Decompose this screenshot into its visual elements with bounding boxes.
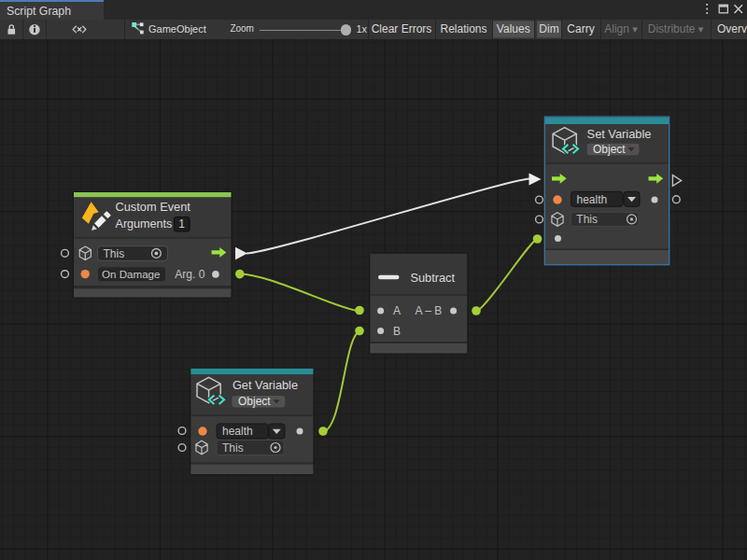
svg-text:Arg. 0: Arg. 0 [175,268,204,281]
svg-text:Arguments: Arguments [116,217,173,231]
svg-text:Get Variable: Get Variable [233,378,298,392]
svg-text:Custom Event: Custom Event [116,200,191,214]
svg-text:A – B: A – B [416,304,443,317]
svg-text:1: 1 [178,217,185,231]
svg-text:Object: Object [593,143,626,156]
svg-text:Object: Object [238,395,271,408]
svg-text:B: B [393,325,401,338]
svg-text:This: This [104,247,125,260]
svg-text:This: This [222,441,244,455]
svg-text:Subtract: Subtract [410,271,455,285]
svg-text:On Damage: On Damage [102,268,161,280]
svg-text:health: health [222,425,253,438]
svg-text:health: health [577,193,608,206]
svg-text:This: This [576,213,598,226]
svg-text:Set Variable: Set Variable [587,127,652,141]
svg-text:A: A [393,304,401,317]
